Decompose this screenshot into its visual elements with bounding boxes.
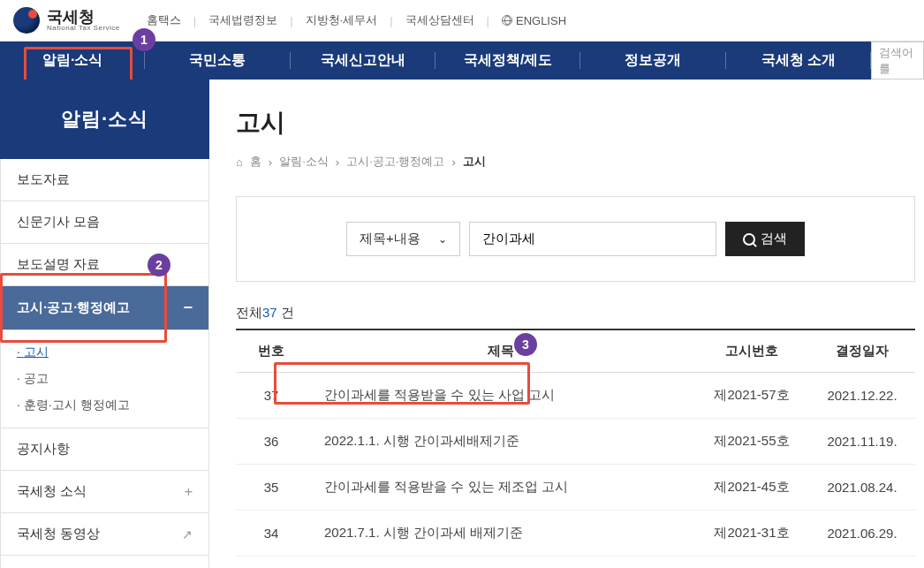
nav-disclosure[interactable]: 정보공개 <box>580 42 725 80</box>
top-link-consult[interactable]: 국세상담센터 <box>405 12 474 28</box>
globe-icon <box>502 15 512 26</box>
sidebar-sub-gosi[interactable]: · 고시 <box>17 339 208 366</box>
home-icon[interactable]: ⌂ <box>236 155 243 169</box>
top-link-law[interactable]: 국세법령정보 <box>208 12 277 28</box>
external-link-icon: ↗ <box>182 527 193 541</box>
main-nav: 알림·소식 국민소통 국세신고안내 국세정책/제도 정보공개 국세청 소개 검색… <box>0 42 924 80</box>
table-row[interactable]: 36 2022.1.1. 시행 간이과세배제기준 제2021-55호 2021.… <box>236 419 915 465</box>
sidebar-title: 알림·소식 <box>0 80 209 159</box>
sidebar-item-video[interactable]: 국세청 동영상↗ <box>0 513 209 556</box>
breadcrumb: ⌂ 홈 › 알림·소식 › 고시·공고·행정예고 › 고시 <box>236 154 915 170</box>
page-title: 고시 <box>236 106 915 140</box>
nav-news[interactable]: 알림·소식 <box>0 42 145 80</box>
logo-text-ko: 국세청 <box>47 9 120 25</box>
nav-communication[interactable]: 국민소통 <box>145 42 290 80</box>
search-button[interactable]: 검색 <box>725 222 805 256</box>
top-link-office[interactable]: 지방청·세무서 <box>306 12 378 28</box>
row-title[interactable]: 2021.7.1. 시행 간이과세 배제기준 <box>307 511 694 557</box>
col-date: 결정일자 <box>809 329 915 373</box>
col-code: 고시번호 <box>694 329 809 373</box>
logo[interactable]: 국세청 National Tax Service <box>13 7 120 34</box>
search-box: 제목+내용 ⌄ 검색 <box>236 196 915 282</box>
table-row[interactable]: 35 간이과세를 적용받을 수 있는 제조업 고시 제2021-45호 2021… <box>236 465 915 511</box>
expand-icon: + <box>185 484 193 500</box>
row-title[interactable]: 간이과세를 적용받을 수 있는 사업 고시 <box>307 373 694 419</box>
col-no: 번호 <box>236 329 307 373</box>
table-row[interactable]: 34 2021.7.1. 시행 간이과세 배제기준 제2021-31호 2021… <box>236 511 915 557</box>
top-link-hometax[interactable]: 홈택스 <box>147 12 181 28</box>
sidebar-item-taxpayer[interactable]: 모범·아름다운 납세자+ <box>0 556 209 568</box>
data-table: 번호 제목 고시번호 결정일자 37 간이과세를 적용받을 수 있는 사업 고시… <box>236 329 915 568</box>
sidebar-item-newspaper[interactable]: 신문기사 모음 <box>0 201 209 244</box>
sidebar-item-press[interactable]: 보도자료 <box>0 159 209 201</box>
logo-text-en: National Tax Service <box>47 25 120 32</box>
table-row[interactable]: 33 간이과세 배제기준 고시 제2021-3호 2021.03.04. <box>236 557 915 569</box>
sidebar-item-notice[interactable]: 고시·공고·행정예고− <box>0 286 209 330</box>
top-link-english[interactable]: ENGLISH <box>502 14 566 27</box>
top-header: 국세청 National Tax Service 홈택스 | 국세법령정보 | … <box>0 0 924 42</box>
total-count: 전체37 건 <box>236 305 915 322</box>
top-links: 홈택스 | 국세법령정보 | 지방청·세무서 | 국세상담센터 | ENGLIS… <box>147 12 566 28</box>
sidebar-item-announce[interactable]: 공지사항 <box>0 428 209 471</box>
sidebar-item-press-explain[interactable]: 보도설명 자료 <box>0 244 209 286</box>
row-title[interactable]: 간이과세를 적용받을 수 있는 제조업 고시 <box>307 465 694 511</box>
row-title[interactable]: 간이과세 배제기준 고시 <box>307 557 694 569</box>
nav-search-input[interactable]: 검색어를 <box>871 42 924 80</box>
col-title: 제목 <box>307 329 694 373</box>
nav-policy[interactable]: 국세정책/제도 <box>435 42 580 80</box>
chevron-down-icon: ⌄ <box>438 233 447 246</box>
nav-tax-guide[interactable]: 국세신고안내 <box>291 42 435 80</box>
row-title[interactable]: 2022.1.1. 시행 간이과세배제기준 <box>307 419 694 465</box>
sidebar-sub-hunryeong[interactable]: · 훈령·고시 행정예고 <box>17 392 208 419</box>
logo-icon <box>13 7 40 34</box>
sidebar-sub-gonggo[interactable]: · 공고 <box>17 366 208 392</box>
collapse-icon: − <box>183 299 193 317</box>
search-icon <box>743 233 755 246</box>
table-row[interactable]: 37 간이과세를 적용받을 수 있는 사업 고시 제2021-57호 2021.… <box>236 373 915 419</box>
sidebar: 알림·소식 보도자료 신문기사 모음 보도설명 자료 고시·공고·행정예고− ·… <box>0 80 209 568</box>
search-input[interactable] <box>469 222 716 256</box>
nav-about[interactable]: 국세청 소개 <box>726 42 871 80</box>
search-scope-select[interactable]: 제목+내용 ⌄ <box>346 222 460 256</box>
sidebar-item-nts-news[interactable]: 국세청 소식+ <box>0 471 209 513</box>
main-content: 고시 ⌂ 홈 › 알림·소식 › 고시·공고·행정예고 › 고시 제목+내용 ⌄ <box>209 80 924 568</box>
